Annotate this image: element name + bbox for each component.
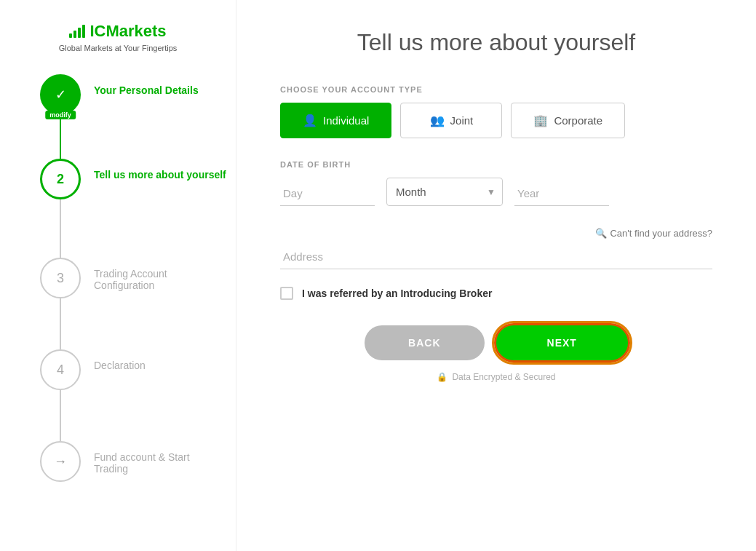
logo-ic: IC (89, 22, 106, 40)
step-1-connector (60, 115, 61, 159)
step-2-content: Tell us more about yourself (94, 159, 226, 181)
step-2-number: 2 (57, 172, 64, 187)
step-2-connector (60, 199, 61, 258)
joint-icon: 👥 (430, 114, 445, 127)
corporate-label: Corporate (554, 114, 602, 127)
step-2-label: Tell us more about yourself (94, 169, 226, 181)
day-input[interactable] (280, 181, 375, 206)
page-title: Tell us more about yourself (280, 29, 712, 56)
security-label: Data Encrypted & Secured (452, 372, 555, 382)
step-3-content: Trading AccountConfiguration (94, 258, 167, 291)
step-4-content: Declaration (94, 349, 146, 371)
step-3-number: 3 (57, 271, 64, 286)
back-button[interactable]: BACK (365, 325, 484, 360)
next-button[interactable]: NEXT (496, 325, 628, 360)
dob-label: DATE OF BIRTH (280, 160, 712, 169)
step-3-label: Trading AccountConfiguration (94, 268, 167, 291)
account-type-label: CHOOSE YOUR ACCOUNT TYPE (280, 85, 712, 94)
step-4-number: 4 (57, 362, 64, 378)
step-5: → Fund account & StartTrading (40, 441, 236, 482)
step-5-label: Fund account & StartTrading (94, 451, 190, 475)
account-btn-corporate[interactable]: 🏢 Corporate (511, 103, 625, 138)
step-1: ✓ modify Your Personal Details (40, 74, 236, 159)
modify-badge[interactable]: modify (45, 111, 76, 119)
month-field: Month January February March April May J… (386, 178, 503, 206)
step-5-circle: → (40, 441, 81, 482)
steps-container: ✓ modify Your Personal Details 2 Tell us… (0, 74, 236, 482)
joint-label: Joint (450, 114, 474, 127)
step-4-circle: 4 (40, 349, 81, 390)
step-1-circle: ✓ modify (40, 74, 81, 115)
security-row: 🔒 Data Encrypted & Secured (280, 372, 712, 382)
search-icon: 🔍 (595, 228, 607, 239)
account-type-section: CHOOSE YOUR ACCOUNT TYPE 👤 Individual 👥 … (280, 85, 712, 138)
year-input[interactable] (514, 181, 609, 206)
step-4-label: Declaration (94, 360, 146, 371)
cant-find-link[interactable]: 🔍 Can't find your address? (595, 228, 712, 239)
button-row: BACK NEXT (280, 325, 712, 360)
account-btn-joint[interactable]: 👥 Joint (400, 103, 502, 138)
cant-find-row: 🔍 Can't find your address? (280, 228, 712, 239)
address-section: 🔍 Can't find your address? (280, 228, 712, 269)
year-field (514, 181, 609, 206)
step-3-connector (60, 298, 61, 349)
dob-section: DATE OF BIRTH Month January February Mar… (280, 160, 712, 206)
logo-text: ICMarkets (89, 22, 166, 41)
month-select[interactable]: Month January February March April May J… (386, 178, 503, 206)
cant-find-text: Can't find your address? (610, 228, 712, 239)
step-4: 4 Declaration (40, 349, 236, 441)
step-4-connector (60, 390, 61, 441)
step-2-circle: 2 (40, 159, 81, 199)
logo-bars-icon (69, 25, 87, 38)
account-btn-individual[interactable]: 👤 Individual (280, 103, 391, 138)
broker-checkbox-row: I was referred by an Introducing Broker (280, 287, 712, 300)
dob-row: Month January February March April May J… (280, 178, 712, 206)
step-5-content: Fund account & StartTrading (94, 441, 190, 475)
day-field (280, 181, 375, 206)
broker-checkbox[interactable] (280, 287, 293, 300)
main-content: Tell us more about yourself CHOOSE YOUR … (236, 0, 756, 551)
individual-label: Individual (323, 114, 369, 127)
logo-subtitle: Global Markets at Your Fingertips (59, 44, 178, 52)
logo-markets: Markets (106, 22, 166, 40)
step-2: 2 Tell us more about yourself (40, 159, 236, 258)
step-1-content: Your Personal Details (94, 74, 199, 96)
sidebar: ICMarkets Global Markets at Your Fingert… (0, 0, 236, 551)
account-type-row: 👤 Individual 👥 Joint 🏢 Corporate (280, 103, 712, 138)
individual-icon: 👤 (303, 114, 317, 127)
broker-label: I was referred by an Introducing Broker (302, 288, 492, 299)
checkmark-icon: ✓ (55, 87, 66, 103)
step-3: 3 Trading AccountConfiguration (40, 258, 236, 349)
logo: ICMarkets (69, 22, 166, 41)
address-input[interactable] (280, 245, 712, 269)
logo-area: ICMarkets Global Markets at Your Fingert… (59, 22, 178, 52)
arrow-icon: → (54, 454, 67, 469)
lock-icon: 🔒 (437, 372, 447, 382)
step-1-label: Your Personal Details (94, 84, 199, 96)
step-3-circle: 3 (40, 258, 81, 298)
corporate-icon: 🏢 (533, 114, 548, 127)
